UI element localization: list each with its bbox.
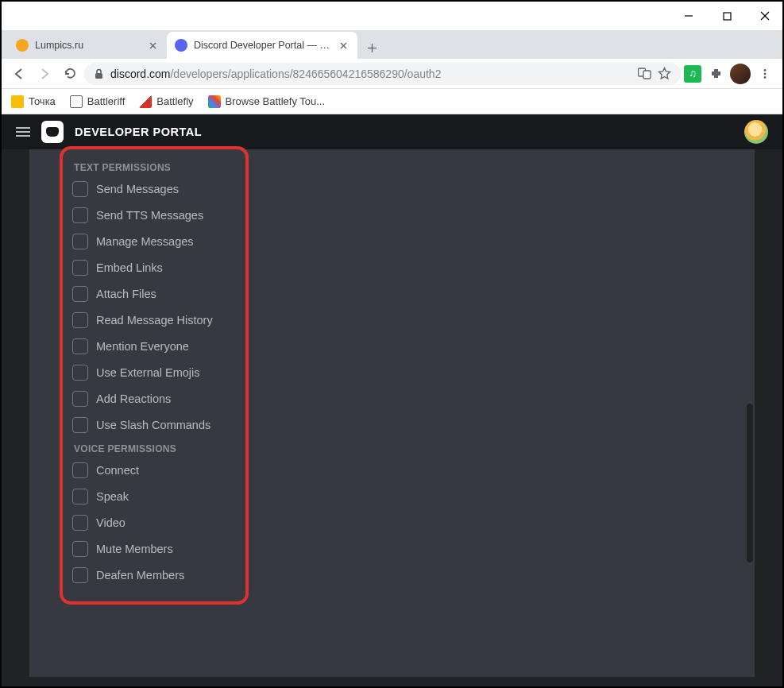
favicon-icon <box>175 39 187 52</box>
reload-button[interactable] <box>59 63 81 85</box>
extensions-button[interactable] <box>705 63 727 85</box>
checkbox-icon[interactable] <box>72 207 88 223</box>
extension-music-icon[interactable]: ♫ <box>684 65 701 83</box>
svg-point-15 <box>764 76 767 79</box>
bookmarks-bar: Точка Battleriff Battlefly Browse Battle… <box>2 89 782 114</box>
permission-use-slash-commands[interactable]: Use Slash Commands <box>71 417 238 433</box>
close-icon[interactable] <box>337 39 350 52</box>
permission-label: Attach Files <box>96 288 156 300</box>
bookmark-label: Battleriff <box>87 95 125 107</box>
permission-label: Use External Emojis <box>96 366 200 379</box>
permission-label: Connect <box>96 464 139 477</box>
bookmark-icon <box>208 95 221 108</box>
address-bar[interactable]: discord.com/developers/applications/8246… <box>84 63 681 85</box>
checkbox-icon[interactable] <box>72 489 88 504</box>
svg-rect-1 <box>724 13 731 20</box>
permission-embed-links[interactable]: Embed Links <box>71 260 238 276</box>
translate-icon[interactable] <box>638 68 651 79</box>
permission-label: Embed Links <box>96 261 163 274</box>
permission-label: Mute Members <box>96 543 173 555</box>
permission-speak[interactable]: Speak <box>71 489 238 504</box>
permission-deafen-members[interactable]: Deafen Members <box>71 567 238 583</box>
permission-read-message-history[interactable]: Read Message History <box>71 312 238 328</box>
section-title-voice-permissions: VOICE PERMISSIONS <box>74 443 238 454</box>
window-minimize-button[interactable] <box>678 5 700 27</box>
favicon-icon <box>16 39 29 52</box>
bookmark-icon <box>11 95 24 108</box>
permission-video[interactable]: Video <box>71 515 238 531</box>
permission-label: Use Slash Commands <box>96 419 210 431</box>
hamburger-menu-button[interactable] <box>16 127 30 137</box>
user-avatar[interactable] <box>744 120 768 144</box>
discord-header: DEVELOPER PORTAL <box>2 114 782 149</box>
permission-connect[interactable]: Connect <box>71 462 238 478</box>
permission-label: Deafen Members <box>96 569 184 582</box>
permission-attach-files[interactable]: Attach Files <box>71 286 238 302</box>
bookmark-item[interactable]: Точка <box>11 95 56 108</box>
permission-mention-everyone[interactable]: Mention Everyone <box>71 338 238 354</box>
window-close-button[interactable] <box>754 5 776 27</box>
checkbox-icon[interactable] <box>72 338 88 354</box>
svg-rect-12 <box>643 71 651 79</box>
bookmark-label: Точка <box>29 95 56 107</box>
content-area: TEXT PERMISSIONS Send Messages Send TTS … <box>29 149 755 677</box>
bookmark-label: Battlefly <box>156 95 193 107</box>
permission-label: Speak <box>96 490 129 503</box>
permission-label: Send Messages <box>96 183 179 195</box>
scrollbar-thumb[interactable] <box>747 404 753 562</box>
checkbox-icon[interactable] <box>72 462 88 478</box>
portal-title: DEVELOPER PORTAL <box>75 126 202 138</box>
permission-label: Send TTS Messages <box>96 209 203 222</box>
permission-send-messages[interactable]: Send Messages <box>71 181 238 197</box>
browser-tab-discord[interactable]: Discord Developer Portal — My A <box>167 32 357 59</box>
checkbox-icon[interactable] <box>72 181 88 197</box>
checkbox-icon[interactable] <box>72 391 88 407</box>
tab-title: Discord Developer Portal — My A <box>194 40 330 51</box>
checkbox-icon[interactable] <box>72 515 88 531</box>
checkbox-icon[interactable] <box>72 365 88 381</box>
tab-title: Lumpics.ru <box>35 40 140 51</box>
svg-rect-10 <box>95 73 102 79</box>
discord-logo-icon <box>41 121 64 143</box>
permission-add-reactions[interactable]: Add Reactions <box>71 391 238 407</box>
window-maximize-button[interactable] <box>716 5 738 27</box>
permission-send-tts-messages[interactable]: Send TTS Messages <box>71 207 238 223</box>
checkbox-icon[interactable] <box>72 541 88 557</box>
section-title-text-permissions: TEXT PERMISSIONS <box>74 162 238 173</box>
browser-tab-lumpics[interactable]: Lumpics.ru <box>8 32 167 59</box>
permission-label: Manage Messages <box>96 235 194 248</box>
browser-tab-strip: Lumpics.ru Discord Developer Portal — My… <box>2 30 782 59</box>
forward-button[interactable] <box>33 63 56 85</box>
window-titlebar <box>2 2 782 30</box>
lock-icon <box>94 68 104 79</box>
permission-label: Video <box>96 516 126 529</box>
svg-point-14 <box>764 72 767 75</box>
permission-manage-messages[interactable]: Manage Messages <box>71 234 238 249</box>
checkbox-icon[interactable] <box>72 312 88 328</box>
checkbox-icon[interactable] <box>72 286 88 302</box>
bookmark-item[interactable]: Browse Battlefy Tou... <box>208 95 326 108</box>
close-icon[interactable] <box>146 39 159 52</box>
star-icon[interactable] <box>658 67 671 80</box>
svg-point-13 <box>764 69 767 72</box>
menu-button[interactable] <box>754 63 776 85</box>
permission-mute-members[interactable]: Mute Members <box>71 541 238 557</box>
scrollbar-track[interactable] <box>747 181 753 661</box>
permission-label: Add Reactions <box>96 392 171 405</box>
bookmark-label: Browse Battlefy Tou... <box>226 95 326 107</box>
profile-avatar[interactable] <box>730 64 751 84</box>
back-button[interactable] <box>8 63 30 85</box>
permission-label: Read Message History <box>96 314 213 327</box>
bookmark-icon <box>70 95 83 108</box>
permission-use-external-emojis[interactable]: Use External Emojis <box>71 365 238 381</box>
url-text: discord.com/developers/applications/8246… <box>110 68 631 80</box>
checkbox-icon[interactable] <box>72 260 88 276</box>
bookmark-icon <box>139 95 152 108</box>
permission-label: Mention Everyone <box>96 340 189 353</box>
checkbox-icon[interactable] <box>72 417 88 433</box>
checkbox-icon[interactable] <box>72 567 88 583</box>
checkbox-icon[interactable] <box>72 234 88 249</box>
bookmark-item[interactable]: Battleriff <box>70 95 125 108</box>
new-tab-button[interactable] <box>361 37 383 59</box>
bookmark-item[interactable]: Battlefly <box>139 95 193 108</box>
